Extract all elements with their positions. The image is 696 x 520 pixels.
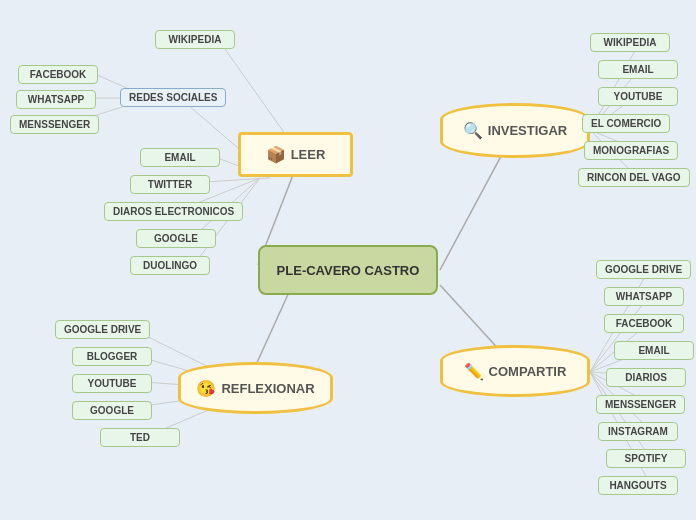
ref-ted-leaf: TED — [100, 428, 180, 447]
leer-duolingo-leaf: DUOLINGO — [130, 256, 210, 275]
leer-twitter-leaf: TWITTER — [130, 175, 210, 194]
leer-node[interactable]: 📦 LEER — [238, 132, 353, 177]
inv-monografias-leaf: MONOGRAFIAS — [584, 141, 678, 160]
leer-diarios-leaf: DIAROS ELECTRONICOS — [104, 202, 243, 221]
ref-youtube-leaf: YOUTUBE — [72, 374, 152, 393]
compartir-label: COMPARTIR — [489, 364, 567, 379]
svg-line-26 — [590, 295, 650, 372]
inv-wikipedia-leaf: WIKIPEDIA — [590, 33, 670, 52]
com-diarios-leaf: DIARIOS — [606, 368, 686, 387]
com-instagram-leaf: INSTAGRAM — [598, 422, 678, 441]
investigar-label: INVESTIGAR — [488, 123, 567, 138]
redes-menssenger-leaf: MENSSENGER — [10, 115, 99, 134]
com-googledrive-leaf: GOOGLE DRIVE — [596, 260, 691, 279]
center-node[interactable]: PLE-CAVERO CASTRO — [258, 245, 438, 295]
redes-facebook-leaf: FACEBOOK — [18, 65, 98, 84]
leer-email-leaf: EMAIL — [140, 148, 220, 167]
reflexionar-icon: 😘 — [196, 379, 216, 398]
compartir-icon: ✏️ — [464, 362, 484, 381]
center-label: PLE-CAVERO CASTRO — [277, 263, 420, 278]
inv-elcomercio-leaf: EL COMERCIO — [582, 114, 670, 133]
ref-blogger-leaf: BLOGGER — [72, 347, 152, 366]
inv-email-leaf: EMAIL — [598, 60, 678, 79]
com-email-leaf: EMAIL — [614, 341, 694, 360]
investigar-icon: 🔍 — [463, 121, 483, 140]
ref-google-leaf: GOOGLE — [72, 401, 152, 420]
reflexionar-label: REFLEXIONAR — [221, 381, 314, 396]
leer-icon: 📦 — [266, 145, 286, 164]
com-spotify-leaf: SPOTIFY — [606, 449, 686, 468]
reflexionar-node[interactable]: 😘 REFLEXIONAR — [178, 362, 333, 414]
com-hangouts-leaf: HANGOUTS — [598, 476, 678, 495]
inv-rincon-leaf: RINCON DEL VAGO — [578, 168, 690, 187]
investigar-node[interactable]: 🔍 INVESTIGAR — [440, 103, 590, 158]
leer-wikipedia-leaf: WIKIPEDIA — [155, 30, 235, 49]
leer-label: LEER — [291, 147, 326, 162]
com-facebook-leaf: FACEBOOK — [604, 314, 684, 333]
svg-line-2 — [255, 290, 290, 367]
com-whatsapp-leaf: WHATSAPP — [604, 287, 684, 306]
compartir-node[interactable]: ✏️ COMPARTIR — [440, 345, 590, 397]
leer-google-leaf: GOOGLE — [136, 229, 216, 248]
com-menssenger-leaf: MENSSENGER — [596, 395, 685, 414]
svg-line-16 — [205, 178, 268, 182]
redes-whatsapp-leaf: WHATSAPP — [16, 90, 96, 109]
inv-youtube-leaf: YOUTUBE — [598, 87, 678, 106]
ref-googledrive-leaf: GOOGLE DRIVE — [55, 320, 150, 339]
redes-sociales-leaf: REDES SOCIALES — [120, 88, 226, 107]
